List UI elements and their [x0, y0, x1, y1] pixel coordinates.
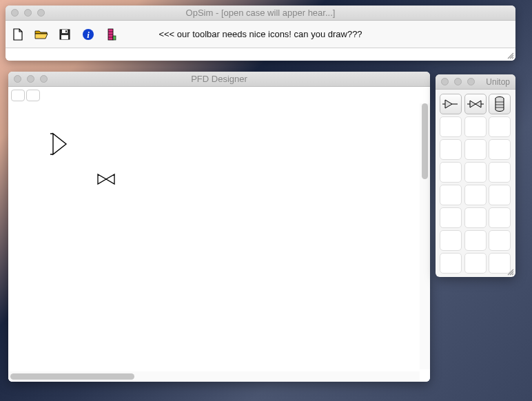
- info-icon[interactable]: i: [81, 28, 95, 41]
- main-body: [6, 48, 515, 61]
- pfd-titlebar[interactable]: PFD Designer: [8, 72, 430, 87]
- palette-empty-cell[interactable]: [464, 162, 487, 183]
- zoom-button[interactable]: [37, 9, 45, 17]
- minimize-button[interactable]: [454, 78, 462, 85]
- pfd-window-title: PFD Designer: [8, 74, 430, 84]
- traffic-lights: [6, 9, 45, 17]
- pfd-designer-window: PFD Designer: [8, 72, 430, 382]
- resize-grip-icon[interactable]: [506, 51, 514, 59]
- palette-empty-cell[interactable]: [489, 207, 511, 228]
- svg-rect-10: [113, 36, 116, 40]
- pfd-canvas[interactable]: [8, 103, 430, 382]
- minimize-button[interactable]: [27, 75, 34, 83]
- unitop-titlebar[interactable]: Unitop: [436, 74, 515, 90]
- palette-empty-cell[interactable]: [464, 207, 487, 228]
- main-titlebar[interactable]: OpSim - [open case will apper hear...]: [6, 6, 515, 21]
- main-window-title: OpSim - [open case will apper hear...]: [6, 8, 515, 18]
- palette-empty-cell[interactable]: [464, 139, 487, 160]
- unitop-window-title: Unitop: [486, 77, 510, 87]
- opsim-main-window: OpSim - [open case will apper hear...] i…: [6, 6, 515, 61]
- valve-symbol[interactable]: [96, 173, 116, 187]
- palette-empty-cell[interactable]: [489, 230, 511, 251]
- palette-empty-cell[interactable]: [440, 253, 462, 274]
- palette-column-icon[interactable]: [489, 94, 511, 114]
- pfd-tab-bar: [8, 87, 430, 103]
- close-button[interactable]: [14, 75, 21, 83]
- palette-empty-cell[interactable]: [464, 230, 487, 251]
- palette-empty-cell[interactable]: [440, 207, 462, 228]
- palette-grid: [436, 90, 515, 277]
- close-button[interactable]: [441, 78, 449, 85]
- close-button[interactable]: [11, 9, 19, 17]
- palette-empty-cell[interactable]: [440, 185, 462, 205]
- vertical-scrollbar-thumb[interactable]: [422, 103, 428, 179]
- pfd-tab-1[interactable]: [11, 90, 25, 101]
- traffic-lights: [8, 75, 48, 83]
- palette-pump-icon[interactable]: [440, 94, 462, 114]
- save-file-icon[interactable]: [58, 28, 72, 41]
- column-icon[interactable]: [105, 28, 119, 41]
- zoom-button[interactable]: [467, 78, 475, 85]
- zoom-button[interactable]: [40, 75, 48, 83]
- palette-empty-cell[interactable]: [464, 185, 487, 205]
- pump-symbol[interactable]: [50, 132, 70, 158]
- palette-empty-cell[interactable]: [464, 253, 487, 274]
- horizontal-scrollbar[interactable]: [8, 371, 420, 382]
- palette-empty-cell[interactable]: [489, 162, 511, 183]
- vertical-scrollbar[interactable]: [420, 103, 430, 369]
- open-file-icon[interactable]: [34, 28, 48, 41]
- pfd-tab-2[interactable]: [26, 90, 40, 101]
- svg-text:i: i: [87, 30, 90, 40]
- palette-empty-cell[interactable]: [489, 139, 511, 160]
- resize-grip-icon[interactable]: [506, 267, 514, 276]
- palette-empty-cell[interactable]: [464, 116, 487, 137]
- palette-empty-cell[interactable]: [440, 116, 462, 137]
- horizontal-scrollbar-thumb[interactable]: [10, 373, 134, 380]
- palette-empty-cell[interactable]: [489, 116, 511, 137]
- main-toolbar: i <<< our toolbar needs nice icons! can …: [6, 21, 515, 48]
- unitop-window: Unitop: [436, 74, 515, 277]
- palette-valve-icon[interactable]: [464, 94, 487, 114]
- new-file-icon[interactable]: [11, 28, 25, 41]
- minimize-button[interactable]: [24, 9, 32, 17]
- palette-empty-cell[interactable]: [440, 230, 462, 251]
- svg-rect-3: [61, 35, 68, 39]
- svg-rect-2: [65, 30, 67, 32]
- palette-empty-cell[interactable]: [440, 162, 462, 183]
- palette-empty-cell[interactable]: [440, 139, 462, 160]
- palette-empty-cell[interactable]: [489, 185, 511, 205]
- traffic-lights: [436, 78, 475, 85]
